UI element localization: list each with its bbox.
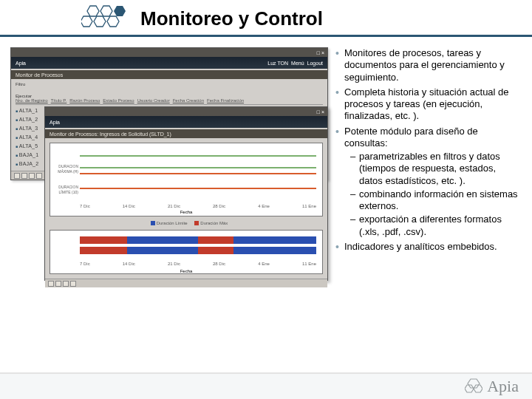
logout-link[interactable]: Logout (307, 61, 323, 66)
menu-link[interactable]: Menú (291, 61, 304, 66)
app-name: Apia (50, 120, 60, 125)
bullet: Potente módulo para diseño de consultas:… (335, 126, 522, 238)
svg-marker-5 (114, 6, 126, 16)
chart-bottom: 7 Dic 14 Dic 21 Dic 28 Dic 4 Ene 11 Ene … (50, 230, 323, 274)
footer-logo-icon (465, 378, 482, 395)
svg-marker-4 (81, 16, 92, 27)
sub-bullet: combinando información en sistemas exter… (344, 188, 522, 213)
app-name: Apia (16, 61, 26, 66)
svg-marker-6 (468, 379, 480, 388)
svg-marker-3 (107, 16, 119, 27)
sub-bullet: exportación a diferentes formatos (.xls,… (344, 214, 522, 238)
bullet-content: Monitores de procesos, tareas y document… (328, 47, 522, 256)
chart-legend: Duración Límite Duración Máx (45, 221, 327, 225)
grid-header: Nro. de Registro Título P. Razón Proceso… (16, 98, 323, 105)
svg-marker-0 (87, 6, 99, 16)
svg-marker-1 (100, 6, 112, 16)
section-title: Monitor de Procesos (11, 70, 327, 79)
user-label: Luz TON (267, 61, 288, 66)
chart-window: □ × Apia Monitor de Procesos: Ingresos d… (44, 106, 328, 281)
bullet: Monitores de procesos, tareas y document… (335, 47, 522, 83)
bullet: Indicadores y analíticos embebidos. (335, 241, 522, 253)
hex-logo (81, 4, 133, 35)
svg-marker-2 (94, 16, 106, 27)
footer-brand: Apia (465, 377, 519, 396)
chart-title: Monitor de Procesos: Ingresos de Solicit… (45, 129, 327, 138)
sub-bullet: parametrizables en filtros y datos (tiem… (344, 151, 522, 187)
slide-title: Monitoreo y Control (140, 7, 323, 30)
bullet: Completa historia y situación actual de … (335, 86, 522, 123)
screenshot-collage: □ × Apia Luz TON Menú Logout Monitor de … (10, 47, 328, 284)
chart-top: DURACION MÁXIMA (H) DURACION LÍMITE (10)… (50, 143, 323, 216)
